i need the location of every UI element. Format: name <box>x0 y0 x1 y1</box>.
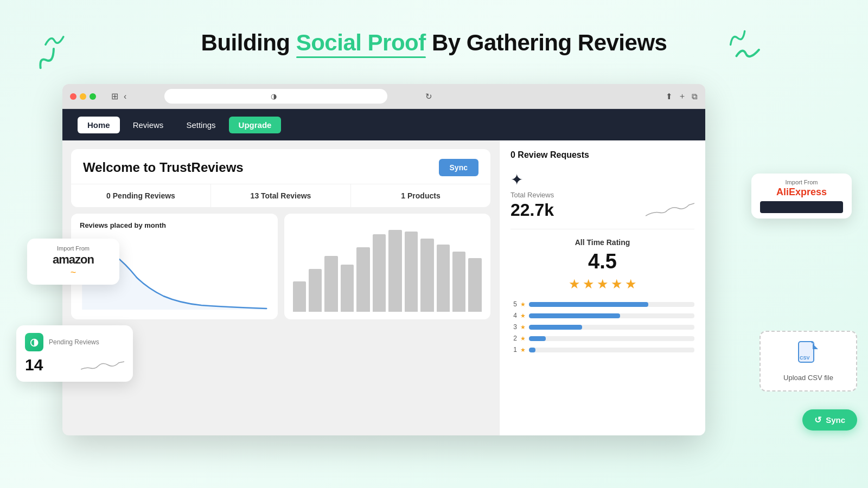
pending-label: Pending Reviews <box>49 338 99 346</box>
pending-count: 14 <box>25 356 43 374</box>
bar-8 <box>405 232 418 312</box>
nav-reviews[interactable]: Reviews <box>123 117 174 133</box>
right-panel: 0 Review Requests ✦ Total Reviews 22.7k … <box>499 140 705 435</box>
pending-icon: ◑ <box>25 333 43 351</box>
bar-fill-5 <box>529 302 648 307</box>
amazon-import-label: Import From <box>37 245 110 252</box>
star-4: ★ <box>611 277 623 292</box>
bar-1 <box>293 281 306 312</box>
total-sparkline <box>646 201 694 220</box>
bar-star-5: ★ <box>520 301 526 308</box>
app-navbar: Home Reviews Settings Upgrade <box>62 109 705 140</box>
bar-label-3: 3 <box>510 323 517 331</box>
sidebar-toggle-icon[interactable]: ⊞ <box>111 91 118 101</box>
amazon-arrow: ~ <box>37 267 110 278</box>
add-tab-icon[interactable]: ＋ <box>678 91 686 101</box>
sync-icon: ↺ <box>814 415 821 425</box>
bar-star-3: ★ <box>520 324 526 331</box>
welcome-card: Welcome to TrustReviews Sync 0 Pending R… <box>71 149 490 207</box>
bar-fill-1 <box>529 348 535 352</box>
star-1: ★ <box>569 277 580 292</box>
bar-5 <box>356 247 369 312</box>
float-sync-btn[interactable]: ↺ Sync <box>802 409 857 431</box>
bar-chart-card <box>284 214 491 319</box>
tabs-icon[interactable]: ⧉ <box>692 92 698 101</box>
back-icon[interactable]: ‹ <box>124 92 126 101</box>
bar-star-1: ★ <box>520 346 526 354</box>
page-title: Building Social Proof By Gathering Revie… <box>0 0 868 56</box>
float-amazon[interactable]: Import From amazon ~ <box>27 239 119 285</box>
amazon-logo: amazon <box>37 253 110 267</box>
bar-11 <box>452 252 465 312</box>
csv-file-icon: CSV <box>797 341 819 365</box>
bar-2 <box>309 269 322 312</box>
bar-12 <box>468 258 481 312</box>
traffic-lights <box>70 93 96 100</box>
bar-6 <box>373 234 386 312</box>
star-icon: ✦ <box>510 171 523 189</box>
sync-button[interactable]: Sync <box>439 159 478 176</box>
bar-4 <box>341 265 354 312</box>
theme-icon: ◑ <box>271 92 277 100</box>
csv-icon: CSV <box>768 341 848 370</box>
nav-settings[interactable]: Settings <box>176 117 225 133</box>
csv-label: Upload CSV file <box>768 374 848 382</box>
share-icon[interactable]: ⬆ <box>666 92 673 101</box>
pending-sparkline <box>81 356 124 374</box>
bar-3 <box>324 256 337 312</box>
sync-label: Sync <box>826 415 845 425</box>
close-button[interactable] <box>70 93 76 100</box>
minimize-button[interactable] <box>80 93 86 100</box>
all-time-rating-label: All Time Rating <box>510 238 694 247</box>
title-highlight: Social Proof <box>296 30 426 56</box>
bar-label-2: 2 <box>510 335 517 342</box>
stat-products[interactable]: 1 Products <box>351 184 490 207</box>
chart-title: Reviews placed by month <box>80 221 269 229</box>
bar-label-1: 1 <box>510 346 517 354</box>
total-reviews-label: Total Reviews <box>510 191 694 199</box>
bar-fill-4 <box>529 313 620 318</box>
nav-upgrade[interactable]: Upgrade <box>229 117 282 133</box>
bar-fill-2 <box>529 336 546 341</box>
bar-star-4: ★ <box>520 312 526 319</box>
bar-label-4: 4 <box>510 312 517 319</box>
bar-10 <box>437 245 450 312</box>
stars-row: ★ ★ ★ ★ ★ <box>510 277 694 292</box>
bar-label-5: 5 <box>510 300 517 308</box>
bar-fill-3 <box>529 325 582 330</box>
browser-window: ⊞ ‹ ◑ ↻ ⬆ ＋ ⧉ Home Reviews Settings Upgr… <box>62 84 705 435</box>
ali-bar <box>760 201 843 213</box>
review-requests-header: 0 Review Requests <box>510 150 694 160</box>
bar-7 <box>388 230 401 312</box>
star-2: ★ <box>583 277 595 292</box>
welcome-title: Welcome to TrustReviews <box>83 160 244 175</box>
float-pending: ◑ Pending Reviews 14 <box>16 325 133 382</box>
stat-pending[interactable]: 0 Pending Reviews <box>71 184 211 207</box>
svg-text:CSV: CSV <box>800 355 810 361</box>
browser-chrome: ⊞ ‹ ◑ ↻ ⬆ ＋ ⧉ <box>62 84 705 109</box>
rating-value: 4.5 <box>510 250 694 273</box>
float-csv[interactable]: CSV Upload CSV file <box>760 331 857 391</box>
rating-bars: 5 ★ 4 ★ 3 ★ <box>510 300 694 354</box>
star-half: ★ <box>625 277 637 292</box>
nav-home[interactable]: Home <box>78 117 120 133</box>
total-reviews-count: 22.7k <box>510 200 554 220</box>
float-aliexpress[interactable]: Import From AliExpress <box>751 174 852 219</box>
ali-logo: AliExpress <box>760 187 843 198</box>
star-3: ★ <box>597 277 609 292</box>
bar-star-2: ★ <box>520 335 526 342</box>
bar-9 <box>420 239 433 312</box>
reload-icon[interactable]: ↻ <box>425 92 432 101</box>
address-bar[interactable]: ◑ <box>164 89 387 104</box>
ali-import-label: Import From <box>760 179 843 185</box>
maximize-button[interactable] <box>90 93 96 100</box>
stat-total[interactable]: 13 Total Reviews <box>211 184 351 207</box>
